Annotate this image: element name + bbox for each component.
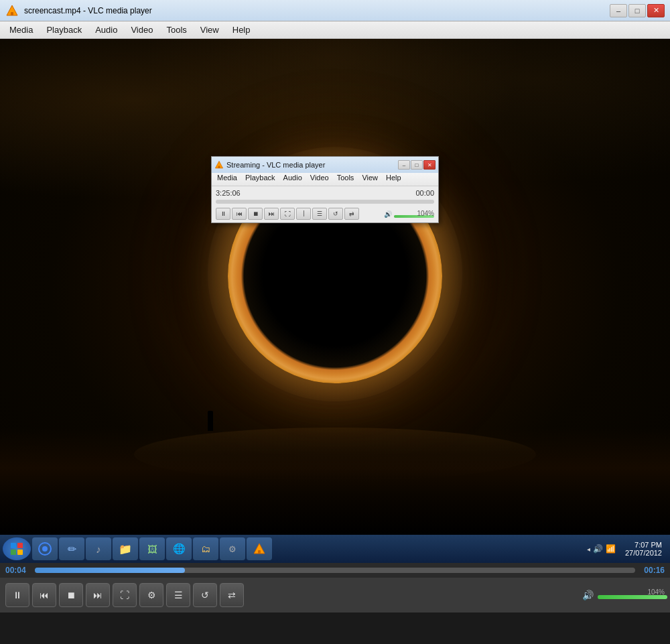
inner-vlc-window: Streaming - VLC media player – □ ✕ Media… <box>211 156 439 223</box>
taskbar-image[interactable]: 🖼 <box>139 537 165 560</box>
inner-maximize-button[interactable]: □ <box>411 160 423 170</box>
taskbar: ✏ ♪ 📁 🖼 🌐 🗂 ⚙ ◂ 🔊 📶 7:07 PM 27/07/2012 <box>0 535 670 563</box>
prev-button[interactable]: ⏮ <box>32 583 56 607</box>
tray-network-icon[interactable]: 📶 <box>606 544 616 554</box>
menu-help[interactable]: Help <box>226 23 257 36</box>
inner-menu-help[interactable]: Help <box>382 173 405 186</box>
next-icon: ⏭ <box>93 590 103 600</box>
inner-prev-button[interactable]: ⏮ <box>232 208 247 220</box>
windows-logo-icon <box>9 541 24 556</box>
fullscreen-button[interactable]: ⛶ <box>113 583 137 607</box>
minimize-button[interactable]: – <box>610 4 627 17</box>
inner-time-current: 3:25:06 <box>216 189 241 197</box>
inner-title-bar: Streaming - VLC media player – □ ✕ <box>212 157 438 173</box>
inner-title-left: Streaming - VLC media player <box>214 160 325 170</box>
inner-pause-button[interactable]: ⏸ <box>216 208 230 220</box>
taskbar-tray-icons: ◂ 🔊 📶 <box>584 544 618 554</box>
inner-minimize-button[interactable]: – <box>398 160 410 170</box>
menu-video[interactable]: Video <box>124 23 159 36</box>
seek-bar-fill <box>35 568 185 573</box>
inner-next-button[interactable]: ⏭ <box>264 208 279 220</box>
video-background <box>0 39 670 535</box>
tray-arrow-icon[interactable]: ◂ <box>587 545 590 553</box>
inner-window-title: Streaming - VLC media player <box>226 161 325 169</box>
inner-stop-button[interactable]: ⏹ <box>248 208 263 220</box>
stop-button[interactable]: ⏹ <box>59 583 83 607</box>
playlist-icon: ☰ <box>174 590 183 600</box>
clock-date: 27/07/2012 <box>625 549 662 557</box>
inner-menu-playback[interactable]: Playback <box>241 173 279 186</box>
taskbar-clock: 7:07 PM 27/07/2012 <box>620 541 667 557</box>
inner-time-total: 00:00 <box>415 189 434 197</box>
time-current: 00:04 <box>5 566 29 575</box>
inner-controls-area: 3:25:06 00:00 ⏸ ⏮ ⏹ ⏭ ⛶ ⏐ ☰ ↺ ⇄ <box>212 186 438 222</box>
person-silhouette <box>208 411 213 431</box>
taskbar-network[interactable]: 🌐 <box>166 537 192 560</box>
svg-point-9 <box>42 546 48 552</box>
close-button[interactable]: ✕ <box>647 4 665 17</box>
taskbar-chrome[interactable] <box>32 537 58 560</box>
pause-button[interactable]: ⏸ <box>5 583 29 607</box>
inner-frame-button[interactable]: ⏐ <box>296 208 311 220</box>
time-total: 00:16 <box>641 566 665 575</box>
inner-time-row: 3:25:06 00:00 <box>216 189 434 197</box>
inner-loop-button[interactable]: ↺ <box>328 208 343 220</box>
inner-menu-video[interactable]: Video <box>306 173 333 186</box>
taskbar-vlc[interactable] <box>247 537 272 560</box>
inner-progress-bar[interactable] <box>216 200 434 204</box>
menu-bar: Media Playback Audio Video Tools View He… <box>0 21 670 39</box>
inner-menu-tools[interactable]: Tools <box>333 173 358 186</box>
stop-icon: ⏹ <box>66 590 76 600</box>
menu-audio[interactable]: Audio <box>88 23 124 36</box>
menu-tools[interactable]: Tools <box>159 23 193 36</box>
inner-random-button[interactable]: ⇄ <box>344 208 359 220</box>
clock-time: 7:07 PM <box>625 541 662 549</box>
seek-bar[interactable] <box>35 568 635 573</box>
next-button[interactable]: ⏭ <box>86 583 110 607</box>
inner-volume-bar[interactable]: 104% <box>394 210 434 218</box>
controls-bar: ⏸ ⏮ ⏹ ⏭ ⛶ ⚙ ☰ ↺ ⇄ 🔊 104% <box>0 578 670 613</box>
inner-playlist-button[interactable]: ☰ <box>312 208 327 220</box>
taskbar-files[interactable]: 📁 <box>113 537 138 560</box>
inner-menu-media[interactable]: Media <box>213 173 241 186</box>
menu-view[interactable]: View <box>194 23 226 36</box>
tray-speaker-icon[interactable]: 🔊 <box>593 544 603 554</box>
volume-bar[interactable]: 104% <box>598 588 665 602</box>
title-buttons: – □ ✕ <box>610 4 665 17</box>
random-button[interactable]: ⇄ <box>220 583 244 607</box>
svg-rect-1 <box>11 12 13 15</box>
taskbar-editor[interactable]: ✏ <box>59 537 84 560</box>
inner-volume-icon: 🔊 <box>384 210 392 218</box>
taskbar-steam[interactable]: ⚙ <box>220 537 245 560</box>
inner-menu-view[interactable]: View <box>358 173 382 186</box>
inner-menu-bar: Media Playback Audio Video Tools View He… <box>212 173 438 186</box>
svg-rect-6 <box>11 550 16 555</box>
menu-media[interactable]: Media <box>3 23 40 36</box>
prev-icon: ⏮ <box>40 590 49 600</box>
taskbar-folder[interactable]: 🗂 <box>193 537 218 560</box>
svg-rect-4 <box>11 543 16 548</box>
loop-button[interactable]: ↺ <box>193 583 217 607</box>
volume-fill <box>598 595 667 599</box>
water-reflection <box>134 428 536 481</box>
svg-rect-5 <box>17 543 23 548</box>
window-title: screencast.mp4 - VLC media player <box>24 6 152 15</box>
menu-playback[interactable]: Playback <box>40 23 88 36</box>
start-button[interactable] <box>3 537 31 560</box>
extended-button[interactable]: ⚙ <box>139 583 163 607</box>
taskbar-audio[interactable]: ♪ <box>86 537 111 560</box>
svg-rect-7 <box>17 550 23 555</box>
playlist-button[interactable]: ☰ <box>166 583 190 607</box>
vlc-taskbar-icon <box>252 541 267 556</box>
chrome-icon <box>38 541 52 556</box>
inner-close-button[interactable]: ✕ <box>423 160 436 170</box>
sliders-icon: ⚙ <box>147 590 156 600</box>
title-bar: screencast.mp4 - VLC media player – □ ✕ <box>0 0 670 21</box>
pause-icon: ⏸ <box>13 590 22 600</box>
video-area[interactable]: Streaming - VLC media player – □ ✕ Media… <box>0 39 670 535</box>
inner-fullscreen-button[interactable]: ⛶ <box>280 208 295 220</box>
maximize-button[interactable]: □ <box>628 4 646 17</box>
inner-menu-audio[interactable]: Audio <box>279 173 306 186</box>
fullscreen-icon: ⛶ <box>120 590 129 600</box>
volume-section: 🔊 104% <box>582 588 665 602</box>
